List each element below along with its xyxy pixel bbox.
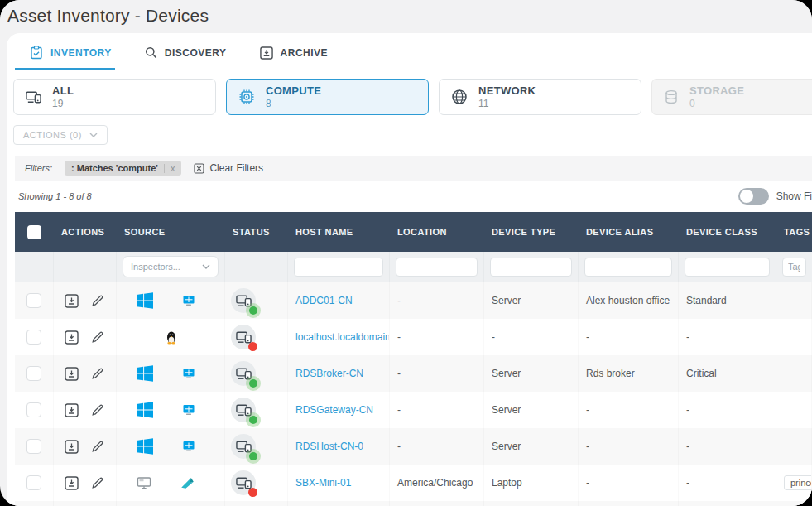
device-class-value: Standard <box>686 295 727 306</box>
table-cell <box>54 282 117 319</box>
column-header-actions: ACTIONS <box>54 212 117 252</box>
archive-device-button[interactable] <box>65 403 79 417</box>
edit-device-button[interactable] <box>91 294 104 307</box>
category-count: 11 <box>478 98 536 109</box>
table-cell: - <box>579 392 679 428</box>
table-cell <box>776 392 812 428</box>
host-name-link[interactable]: ADDC01-CN <box>295 295 353 306</box>
table-row: TABLETTSeattle, WADesktop <box>15 501 812 506</box>
filter-chip[interactable]: : Matches 'compute' x <box>65 161 181 176</box>
edit-device-button[interactable] <box>91 403 104 417</box>
device-alias-filter-input[interactable] <box>584 258 672 277</box>
table-cell: - <box>679 428 776 465</box>
host-name-link[interactable]: RDSGateway-CN <box>295 404 373 416</box>
table-row: RDSGateway-CN-Server-- <box>15 392 812 428</box>
device-status-badge <box>231 288 256 313</box>
inspectors-filter-dropdown[interactable]: Inspectors... <box>123 256 219 277</box>
tab-discovery[interactable]: DISCOVERY <box>145 46 227 70</box>
table-cell <box>776 428 812 465</box>
clear-filters-button[interactable]: Clear Filters <box>194 162 263 174</box>
table-cell <box>54 465 117 501</box>
table-cell <box>776 355 812 392</box>
toggle-knob <box>740 190 753 203</box>
tags-filter-input[interactable] <box>782 258 806 277</box>
table-cell <box>15 501 54 506</box>
device-type-value: Server <box>492 404 521 416</box>
table-row: localhost.localdomain---- <box>15 319 812 355</box>
actions-dropdown-button[interactable]: ACTIONS (0) <box>13 125 108 145</box>
table-cell <box>225 392 288 428</box>
table-body: ADDC01-CN-ServerAlex houston officeStand… <box>15 282 812 506</box>
archive-device-button[interactable] <box>65 330 79 345</box>
devices-icon <box>26 91 41 104</box>
filters-label: Filters: <box>25 163 52 173</box>
table-cell: - <box>579 428 679 465</box>
host-name-link[interactable]: localhost.localdomain <box>295 331 390 343</box>
content-card: INVENTORY DISCOVERY ARCHIVE ALL 19 COMPU… <box>7 33 812 506</box>
clipboard-check-icon <box>30 46 43 60</box>
table-cell: America/Chicago <box>390 465 484 501</box>
device-alias-value: - <box>586 441 589 452</box>
category-card-network[interactable]: NETWORK 11 <box>439 79 641 115</box>
table-cell: Critical <box>679 355 776 392</box>
device-alias-value: - <box>586 404 589 416</box>
location-value: America/Chicago <box>397 477 473 489</box>
archive-box-icon <box>260 46 273 60</box>
edit-device-button[interactable] <box>91 440 104 453</box>
edit-device-button[interactable] <box>91 367 104 380</box>
host-name-filter-input[interactable] <box>294 258 383 277</box>
table-cell: - <box>390 428 484 465</box>
row-checkbox[interactable] <box>26 330 41 345</box>
table-cell: RDSBroker-CN <box>288 355 390 392</box>
category-card-all[interactable]: ALL 19 <box>13 79 216 115</box>
category-card-compute[interactable]: COMPUTE 8 <box>226 79 429 115</box>
tab-bar: INVENTORY DISCOVERY ARCHIVE <box>7 33 812 70</box>
edit-device-button[interactable] <box>91 330 104 344</box>
table-cell: Server <box>484 428 579 465</box>
chip-close-icon[interactable]: x <box>164 164 175 173</box>
table-cell: - <box>579 319 679 355</box>
archive-device-button[interactable] <box>65 476 79 490</box>
category-count: 0 <box>689 98 744 109</box>
tag-chip[interactable]: princess <box>784 475 812 490</box>
windows-monitor-icon <box>182 403 195 417</box>
device-type-filter-input[interactable] <box>490 258 572 277</box>
row-checkbox[interactable] <box>26 475 41 490</box>
column-header-location: LOCATION <box>390 212 484 252</box>
row-checkbox[interactable] <box>26 439 41 454</box>
table-row: RDSHost-CN-0-Server-- <box>15 428 812 465</box>
edit-device-button[interactable] <box>91 476 104 489</box>
host-name-link[interactable]: SBX-Mini-01 <box>295 477 351 489</box>
table-row: ADDC01-CN-ServerAlex houston officeStand… <box>15 282 812 319</box>
archive-device-button[interactable] <box>65 440 79 454</box>
archive-device-button[interactable] <box>65 294 79 308</box>
row-checkbox[interactable] <box>26 402 41 417</box>
globe-icon <box>451 89 468 105</box>
table-cell: Seattle, WA <box>390 501 484 506</box>
tab-inventory[interactable]: INVENTORY <box>30 46 112 70</box>
device-alias-value: - <box>586 477 589 489</box>
location-filter-input[interactable] <box>396 258 478 277</box>
table-cell: princess <box>776 465 812 501</box>
row-checkbox[interactable] <box>26 366 41 381</box>
table-cell <box>117 428 225 465</box>
host-name-link[interactable]: RDSBroker-CN <box>295 368 363 379</box>
search-icon <box>145 46 157 59</box>
host-name-link[interactable]: RDSHost-CN-0 <box>295 441 363 452</box>
windows-icon <box>137 402 153 418</box>
device-class-value: - <box>686 477 689 489</box>
inspectors-placeholder: Inspectors... <box>131 262 180 272</box>
show-filters-label: Show Fi <box>776 190 812 202</box>
show-filters-toggle[interactable] <box>738 188 769 205</box>
device-class-filter-input[interactable] <box>685 258 770 277</box>
archive-device-button[interactable] <box>65 367 79 381</box>
table-cell <box>54 392 117 428</box>
devices-table: ACTIONS SOURCE STATUS HOST NAME LOCATION… <box>15 212 812 506</box>
select-all-checkbox[interactable] <box>27 225 41 239</box>
chevron-down-icon <box>89 133 98 137</box>
tab-archive[interactable]: ARCHIVE <box>260 46 329 70</box>
row-checkbox[interactable] <box>26 293 41 308</box>
page-title: Asset Inventory - Devices <box>0 0 812 26</box>
device-alias-value: Rds broker <box>586 368 635 379</box>
device-status-badge <box>231 325 256 349</box>
